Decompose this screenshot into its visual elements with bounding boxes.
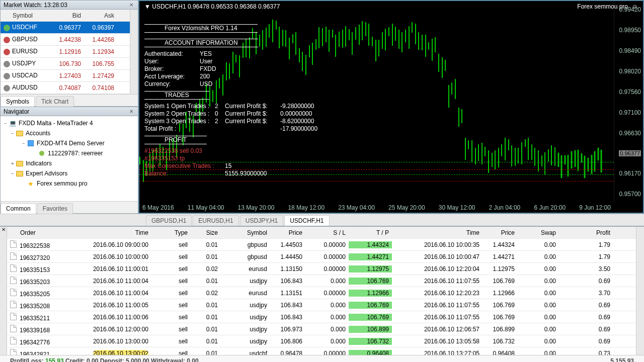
symbol-icon [4,49,10,55]
nav-account-number[interactable]: 112229787: reerreer [1,148,138,158]
server-icon [27,139,35,147]
col-tp[interactable]: T / P [349,229,392,236]
nav-demo-server[interactable]: −FXDD-MT4 Demo Server [1,138,138,148]
col-bid[interactable]: Bid [51,12,84,19]
col-symbol[interactable]: Symbol [1,12,51,19]
market-watch-row[interactable]: USDCAD1.274031.27429 [1,70,130,82]
scrollbar[interactable] [636,227,644,355]
folder-icon [16,169,24,177]
market-watch-row[interactable]: AUDUSD0.740870.74108 [1,82,130,94]
col-ask[interactable]: Ask [84,12,117,19]
overlay-section-trades: TRADES [144,91,209,100]
document-icon [10,277,17,284]
nav-expert-advisors[interactable]: −Expert Advisors [1,168,138,178]
trade-line-red [139,181,614,182]
terminal-panel: ✕ Order Time Type Size Symbol Price S / … [0,226,644,362]
price-scale: 0.994200.989500.984900.980200.975600.971… [614,1,643,203]
chart-title: ▼ USDCHF,H1 0.96478 0.96533 0.96368 0.96… [144,3,280,10]
tab-usdchf[interactable]: USDCHF,H1 [284,215,329,226]
person-icon [38,149,46,157]
navigator-title-bar[interactable]: Navigator ✕ [1,107,138,116]
tab-eurusd[interactable]: EURUSD,H1 [193,215,238,226]
market-watch-row[interactable]: USDCHF0.963770.96397 [1,22,130,34]
symbol-icon [4,25,10,31]
table-row[interactable]: 196335211 2016.06.10 11:00:06 sell 0.01 … [7,311,636,323]
col-price2[interactable]: Price [482,229,518,236]
document-icon [10,325,17,332]
tab-usdjpy[interactable]: USDJPY,H1 [240,215,283,226]
document-icon [10,337,17,344]
nav-indicators[interactable]: +Indicators [1,158,138,168]
chart-overlay: Forex Vzlomshik PRO 1.14 ACCOUNT INFORMA… [144,21,317,177]
terminal-footer: Profit/Loss: 155.93 Credit: 0.00 Deposit… [0,355,644,362]
document-icon [10,313,17,320]
document-icon [10,264,17,272]
close-icon[interactable]: ✕ [0,227,7,355]
market-watch-row[interactable]: USDJPY106.730106.755 [1,58,130,70]
market-watch-title: Market Watch: 13:28:03 [4,2,67,9]
table-row[interactable]: 196322538 2016.06.10 09:00:00 sell 0.01 … [7,239,636,251]
table-row[interactable]: 196335205 2016.06.10 11:00:04 sell 0.02 … [7,287,636,299]
col-symbol[interactable]: Symbol [221,229,270,236]
col-sl[interactable]: S / L [305,229,349,236]
time-scale: 6 May 201611 May 04:0013 May 20:0018 May… [139,203,614,213]
nav-accounts[interactable]: −Accounts [1,128,138,138]
document-icon [10,252,17,260]
tab-gbpusd[interactable]: GBPUSD,H1 [146,215,192,226]
table-row[interactable]: 196335203 2016.06.10 11:00:04 sell 0.01 … [7,275,636,287]
symbol-icon [4,61,10,67]
tab-favorites[interactable]: Favorites [37,203,73,214]
nav-ea-item[interactable]: ★Forex semmou pro [1,178,138,189]
navigator-tabs: Common Favorites [1,201,138,213]
col-time[interactable]: Time [61,229,151,236]
chart-tabs-bar: GBPUSD,H1 EURUSD,H1 USDJPY,H1 USDCHF,H1 [0,214,644,226]
symbol-icon [4,73,10,79]
col-price[interactable]: Price [270,229,305,236]
table-row[interactable]: 196335208 2016.06.10 11:00:05 sell 0.01 … [7,299,636,311]
table-row[interactable]: 196327320 2016.06.10 10:00:00 sell 0.01 … [7,251,636,263]
table-row[interactable]: 196339168 2016.06.10 12:00:00 sell 0.01 … [7,323,636,335]
market-watch-title-bar[interactable]: Market Watch: 13:28:03 ✕ [1,1,138,10]
market-watch-tabs: Symbols Tick Chart [1,94,138,106]
star-icon: ★ [27,179,35,188]
col-profit[interactable]: Profit [559,229,613,236]
navigator-tree: −💻FXDD Malta - MetaTrader 4 −Accounts −F… [1,116,138,201]
market-watch-row[interactable]: GBPUSD1.442381.44268 [1,34,130,46]
overlay-title: Forex Vzlomshik PRO 1.14 [144,24,258,33]
col-type[interactable]: Type [151,229,191,236]
document-icon [10,240,17,248]
col-order[interactable]: Order [7,229,61,236]
market-watch-panel: Market Watch: 13:28:03 ✕ Symbol Bid Ask … [0,0,138,107]
overlay-section-acct: ACCOUNT INFORMATION [144,39,258,47]
overlay-section-profit: PROFIT [144,136,207,144]
close-icon[interactable]: ✕ [128,2,135,8]
terminal-headers[interactable]: Order Time Type Size Symbol Price S / L … [7,227,636,239]
folder-icon [16,129,24,137]
table-row[interactable]: 196342776 2016.06.10 13:00:00 sell 0.01 … [7,335,636,347]
table-row[interactable]: 196342821 2016.06.10 13:00:02 sell 0.01 … [7,347,636,355]
terminal-icon: 💻 [9,119,17,127]
market-watch-header[interactable]: Symbol Bid Ask [1,10,130,22]
symbol-icon [4,85,10,92]
document-icon [10,301,17,308]
table-row[interactable]: 196335153 2016.06.10 11:00:01 sell 0.02 … [7,263,636,275]
col-swap[interactable]: Swap [518,229,559,236]
col-time2[interactable]: Time [392,229,482,236]
symbol-icon [4,37,10,43]
document-icon [10,349,17,355]
document-icon [10,289,17,296]
col-size[interactable]: Size [191,229,221,236]
tab-symbols[interactable]: Symbols [1,96,35,107]
close-icon[interactable]: ✕ [128,109,135,114]
navigator-panel: Navigator ✕ −💻FXDD Malta - MetaTrader 4 … [0,107,138,214]
chart-window[interactable]: ▼ USDCHF,H1 0.96478 0.96533 0.96368 0.96… [138,0,644,214]
scrollbar[interactable] [130,10,138,94]
nav-root[interactable]: −💻FXDD Malta - MetaTrader 4 [1,118,138,128]
navigator-title: Navigator [4,108,29,115]
tab-common[interactable]: Common [1,203,36,214]
tab-tick-chart[interactable]: Tick Chart [36,96,74,107]
folder-icon [16,159,24,167]
market-watch-row[interactable]: EURUSD1.129161.12934 [1,46,130,58]
